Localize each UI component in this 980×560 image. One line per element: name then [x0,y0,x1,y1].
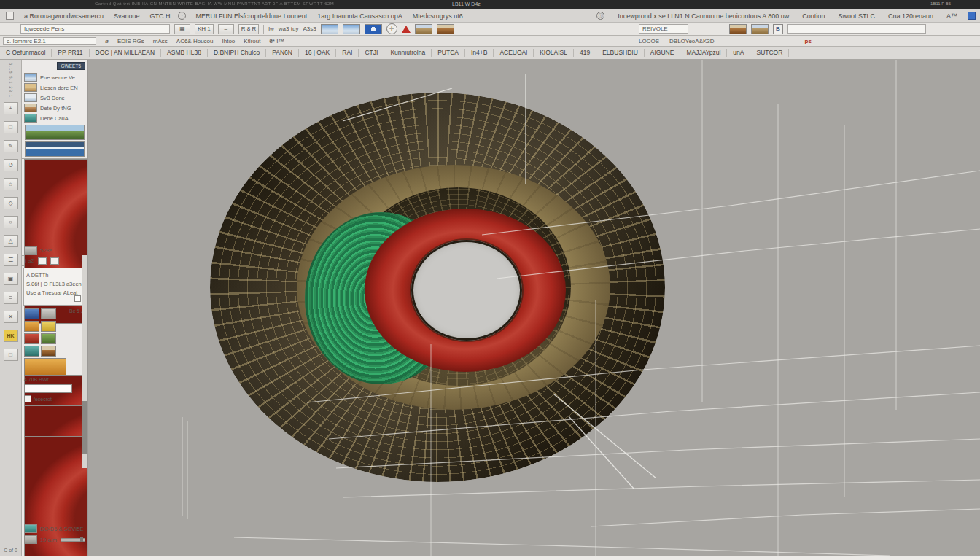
tab[interactable]: Kunniutrolna [384,49,432,57]
material-name-input[interactable] [24,384,72,393]
close-tool-icon[interactable]: ✕ [4,311,18,323]
tab[interactable]: ASMB HL38 [161,49,208,57]
swatch-tool-icon[interactable]: HK [4,330,18,342]
photo-thumbnail[interactable] [437,24,454,34]
scene-preview[interactable] [25,141,85,157]
triangle-tool-icon[interactable]: △ [4,235,18,247]
material-thumbnail[interactable] [41,308,56,319]
checkbox[interactable] [74,295,81,302]
toolbar-label[interactable]: A3s3 [303,26,316,32]
kh-button[interactable]: KH 1 [195,24,214,34]
tab[interactable]: PAN6N [266,49,299,57]
material-thumbnail[interactable] [41,346,56,357]
material-thumbnail[interactable] [24,346,39,357]
tab[interactable]: RAI [336,49,359,57]
menu-item[interactable]: GTC H [150,12,171,20]
toolbar-item[interactable]: AC6& Houcou [176,38,214,44]
toolbar-item[interactable]: ₴* I™ [269,38,284,44]
globe-thumbnail[interactable] [365,24,382,34]
tab[interactable]: ACEUOAl [494,49,534,57]
material-thumbnail[interactable] [41,333,56,344]
slider-handle[interactable] [80,537,83,542]
tab[interactable]: 16 | OAK [299,49,336,57]
list-tool-icon[interactable]: ≡ [4,292,18,304]
mode-label[interactable]: LOCOS [639,38,659,44]
select-tool-icon[interactable]: □ [4,121,18,133]
toolbar-item[interactable]: Ktlrout [244,38,260,44]
add-tool-icon[interactable]: + [4,102,18,114]
tag-checkbox[interactable] [24,395,31,402]
toolbar-item[interactable]: ø [105,38,109,44]
menu-item[interactable]: A™ [946,12,957,20]
list-item[interactable]: Liesen dore EN [22,82,88,93]
tab[interactable]: SUTCOR [750,49,789,57]
material-preview-thumbnail[interactable] [321,24,338,34]
menu-item[interactable]: Contion [802,12,825,20]
tab[interactable]: In4+B [465,49,494,57]
landscape-thumbnail[interactable] [415,24,432,34]
mode-label[interactable]: DBLOYeoA&K3D [669,38,715,44]
material-thumbnail[interactable] [24,333,39,344]
menu-item[interactable]: MERUI FUN Elsfcroprtelduue Lounent [196,12,308,20]
menu-item[interactable]: Svanoue [114,12,140,20]
list-item[interactable]: Bej2ny [22,236,88,246]
r8r-button[interactable]: R 8 R [238,24,259,34]
list-item[interactable]: Pue wence Ve [22,72,88,82]
menu-item[interactable]: Mtedcsrugrys ut6 [413,12,463,20]
compass-icon[interactable]: ✛ [386,23,397,34]
sidebar-scrollbar[interactable] [82,255,88,468]
path-field[interactable]: c. Iommrc E2.1 [3,37,96,45]
tab[interactable]: KIOLAISL [534,49,574,57]
photo-thumbnail[interactable] [729,24,747,34]
material-preview-large[interactable] [24,358,66,376]
grid-tool-icon[interactable]: ▣ [4,273,18,285]
tab[interactable]: DOC | AN MILLAEAN [90,49,162,57]
slider[interactable] [61,538,85,542]
undo-tool-icon[interactable]: ↺ [4,159,18,171]
mini-tool-icon[interactable] [50,257,59,265]
toolbar-item[interactable]: Ihtoo [222,38,236,44]
toolbar-item[interactable]: mAss [153,38,168,44]
menu-item[interactable]: a Rorouagwondwcsamercu [24,12,104,20]
account-icon[interactable] [968,12,976,20]
command-input[interactable]: Iqweeede Pens [20,24,170,34]
scene-preview[interactable] [25,125,85,140]
tab[interactable]: ELBUSHDIU [596,49,645,57]
material-thumbnail[interactable] [24,321,39,332]
tab[interactable]: CTJI [359,49,384,57]
tab[interactable]: unA [727,49,750,57]
dash-button[interactable]: – [218,24,234,34]
tab[interactable]: AIGUNE [645,49,681,57]
grid-button[interactable]: ▦ [174,24,190,34]
diamond-tool-icon[interactable]: ◇ [4,197,18,209]
tab[interactable]: 419 [574,49,596,57]
list-item[interactable]: 3I3TE C0520 [22,513,88,524]
3d-viewport[interactable] [88,60,980,556]
badge-button[interactable]: B [773,24,783,34]
flag-icon[interactable] [402,26,411,33]
toolbar-item[interactable]: EDIS RGs [117,38,144,44]
list-item[interactable]: Dete Dy tNG [22,103,88,113]
scrollbar-thumb[interactable] [82,401,88,454]
toolbar-label[interactable]: wa3 tuy [279,26,299,32]
toolbar-label[interactable]: lw [268,26,274,32]
sheets-button[interactable]: GWEET5 [57,62,85,70]
tab[interactable]: PUTCA [432,49,465,57]
tab[interactable]: C Oefunmacol [0,49,52,57]
layers-tool-icon[interactable]: ☰ [4,254,18,266]
address-field[interactable] [788,24,926,34]
list-item[interactable]: Dene CauA [22,113,88,123]
box-tool-icon[interactable]: □ [4,349,18,361]
list-item[interactable]: SvB Done [22,93,88,103]
menu-item[interactable]: Swoot STLC [838,12,875,20]
home-tool-icon[interactable]: ⌂ [4,178,18,190]
material-preview-thumbnail[interactable] [343,24,360,34]
tab[interactable]: PP PR11 [52,49,89,57]
mini-tool-icon[interactable] [38,257,47,265]
tab[interactable]: D.BNIPH Chulco [208,49,266,57]
menu-item[interactable]: 1arg Inaunnta Causascn opA [317,12,402,20]
material-thumbnail[interactable] [24,308,39,319]
menu-item[interactable]: Cna 120renaun [888,12,933,20]
tab[interactable]: MAJJAYpzul [680,49,727,57]
landscape-thumbnail[interactable] [751,24,769,34]
